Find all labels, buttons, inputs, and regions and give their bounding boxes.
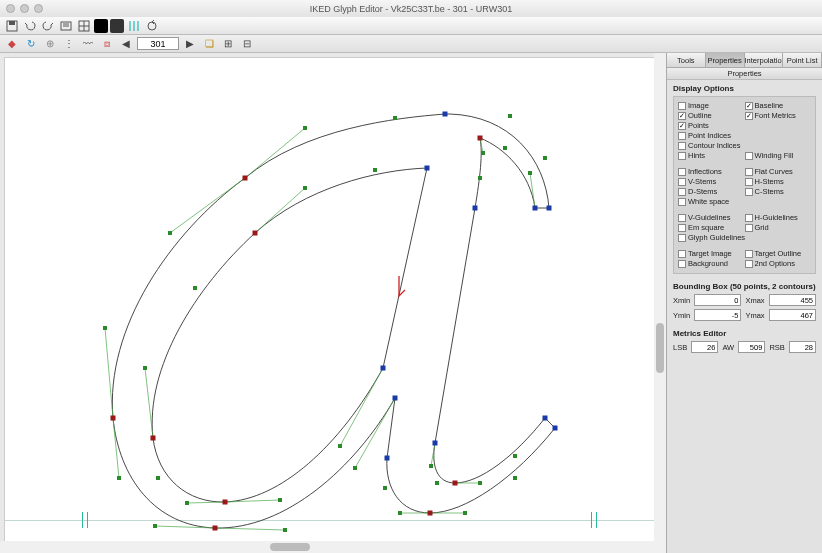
point-node[interactable] [473, 206, 478, 211]
point-handle[interactable] [143, 366, 147, 370]
point-handle[interactable] [478, 176, 482, 180]
point-handle[interactable] [383, 486, 387, 490]
checkbox-d-stems[interactable] [678, 188, 686, 196]
point-node[interactable] [425, 166, 430, 171]
point-handle[interactable] [513, 454, 517, 458]
glyph-canvas[interactable] [4, 57, 662, 549]
checkbox-grid[interactable] [745, 224, 753, 232]
aw-input[interactable] [738, 341, 765, 353]
point-handle[interactable] [303, 186, 307, 190]
point-node[interactable] [533, 206, 538, 211]
point-node[interactable] [443, 112, 448, 117]
point-node[interactable] [393, 396, 398, 401]
point-handle[interactable] [278, 498, 282, 502]
checkbox-v-stems[interactable] [678, 178, 686, 186]
point-handle[interactable] [303, 126, 307, 130]
checkbox-image[interactable] [678, 102, 686, 110]
xmax-input[interactable] [769, 294, 816, 306]
point-handle[interactable] [481, 151, 485, 155]
glyph-code-input[interactable] [137, 37, 179, 50]
checkbox-flat-curves[interactable] [745, 168, 753, 176]
checkbox-background[interactable] [678, 260, 686, 268]
canvas-scrollbar-v[interactable] [654, 53, 666, 553]
ymax-input[interactable] [769, 309, 816, 321]
point-handle[interactable] [398, 511, 402, 515]
point-node[interactable] [385, 456, 390, 461]
tab-properties[interactable]: Properties [706, 53, 745, 67]
fill-icon[interactable] [94, 19, 108, 33]
fill2-icon[interactable] [110, 19, 124, 33]
point-node[interactable] [433, 441, 438, 446]
checkbox-outline[interactable] [678, 112, 686, 120]
point-handle[interactable] [117, 476, 121, 480]
point-handle[interactable] [283, 528, 287, 532]
next-glyph-icon[interactable]: ▶ [182, 37, 198, 51]
point-node[interactable] [381, 366, 386, 371]
checkbox-glyph-guidelines[interactable] [678, 234, 686, 242]
point-node[interactable] [553, 426, 558, 431]
log-icon[interactable] [58, 19, 74, 33]
window-minimize-button[interactable] [20, 4, 29, 13]
point-handle[interactable] [435, 481, 439, 485]
checkbox-c-stems[interactable] [745, 188, 753, 196]
point-node[interactable] [547, 206, 552, 211]
checkbox-inflections[interactable] [678, 168, 686, 176]
point-handle[interactable] [338, 444, 342, 448]
checkbox-v-guidelines[interactable] [678, 214, 686, 222]
tab-pointlist[interactable]: Point List [783, 53, 822, 67]
point-handle[interactable] [373, 168, 377, 172]
contour-start-icon[interactable]: ◆ [4, 37, 20, 51]
point-handle[interactable] [513, 476, 517, 480]
point-handle[interactable] [528, 171, 532, 175]
window-zoom-button[interactable] [34, 4, 43, 13]
point-handle[interactable] [503, 146, 507, 150]
point-handle[interactable] [153, 524, 157, 528]
save-icon[interactable] [4, 19, 20, 33]
point-node[interactable] [213, 526, 218, 531]
point-handle[interactable] [429, 464, 433, 468]
checkbox-winding-fill[interactable] [745, 152, 753, 160]
checkbox-hints[interactable] [678, 152, 686, 160]
checkbox-point-indices[interactable] [678, 132, 686, 140]
layers-icon[interactable]: ❏ [201, 37, 217, 51]
guides-icon[interactable] [126, 19, 142, 33]
point-handle[interactable] [193, 286, 197, 290]
point-node[interactable] [478, 136, 483, 141]
overlap-icon[interactable]: ⊕ [42, 37, 58, 51]
point-node[interactable] [243, 176, 248, 181]
point-node[interactable] [253, 231, 258, 236]
checkbox-2nd-options[interactable] [745, 260, 753, 268]
point-handle[interactable] [353, 466, 357, 470]
checkbox-baseline[interactable] [745, 102, 753, 110]
checkbox-target-image[interactable] [678, 250, 686, 258]
simplify-icon[interactable]: 〰 [80, 37, 96, 51]
canvas-scrollbar-h[interactable] [0, 541, 654, 553]
direction-icon[interactable]: ↻ [23, 37, 39, 51]
redo-icon[interactable] [40, 19, 56, 33]
metrics-icon[interactable]: ⊟ [239, 37, 255, 51]
tangent-icon[interactable]: ⧈ [99, 37, 115, 51]
point-handle[interactable] [185, 501, 189, 505]
checkbox-contour-indices[interactable] [678, 142, 686, 150]
prev-glyph-icon[interactable]: ◀ [118, 37, 134, 51]
xmin-input[interactable] [694, 294, 741, 306]
window-close-button[interactable] [6, 4, 15, 13]
point-handle[interactable] [543, 156, 547, 160]
checkbox-white-space[interactable] [678, 198, 686, 206]
point-handle[interactable] [168, 231, 172, 235]
refresh-icon[interactable] [144, 19, 160, 33]
point-handle[interactable] [393, 116, 397, 120]
point-node[interactable] [428, 511, 433, 516]
checkbox-target-outline[interactable] [745, 250, 753, 258]
undo-icon[interactable] [22, 19, 38, 33]
checkbox-points[interactable] [678, 122, 686, 130]
point-handle[interactable] [478, 481, 482, 485]
checkbox-h-guidelines[interactable] [745, 214, 753, 222]
grid-icon[interactable] [76, 19, 92, 33]
point-handle[interactable] [508, 114, 512, 118]
checkbox-h-stems[interactable] [745, 178, 753, 186]
point-handle[interactable] [156, 476, 160, 480]
point-node[interactable] [543, 416, 548, 421]
point-node[interactable] [111, 416, 116, 421]
ymin-input[interactable] [694, 309, 741, 321]
